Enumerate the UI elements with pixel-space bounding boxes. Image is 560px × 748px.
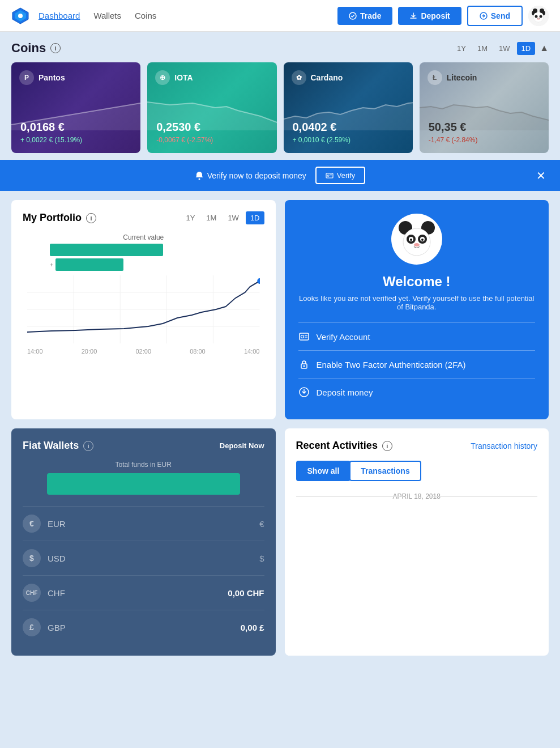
verify-button[interactable]: Verify (315, 167, 366, 184)
svg-point-21 (327, 175, 329, 176)
download-icon (409, 12, 417, 20)
welcome-subtitle: Looks like you are not verified yet. Ver… (298, 294, 536, 311)
svg-point-9 (533, 12, 544, 22)
deposit-money-action[interactable]: Deposit money (298, 379, 536, 406)
chart-x-labels: 14:00 20:00 02:00 08:00 14:00 (27, 346, 260, 357)
activities-info-icon[interactable]: i (382, 441, 392, 451)
gbp-name: GBP (48, 623, 241, 632)
coins-filter-1d[interactable]: 1D (517, 42, 536, 55)
coin-card-pantos[interactable]: P Pantos 0,0168 € + 0,0022 € (15.19%) (11, 62, 140, 153)
coins-filter-1m[interactable]: 1M (473, 42, 492, 55)
portfolio-title: My Portfolio i (23, 212, 96, 224)
coin-card-litecoin[interactable]: Ł Litecoin 50,35 € -1,47 € (-2.84%) (420, 62, 549, 153)
main-row-2: Fiat Wallets i Deposit Now Total funds i… (0, 428, 560, 665)
welcome-card: Welcome ! Looks like you are not verifie… (285, 200, 549, 419)
portfolio-chart-area: Current value + (23, 233, 264, 357)
coin-card-iota[interactable]: ⊕ IOTA 0,2530 € -0,0067 € (-2.57%) (147, 62, 276, 153)
portfolio-card: My Portfolio i 1Y 1M 1W 1D Current value… (11, 200, 276, 419)
iota-icon: ⊕ (155, 70, 170, 85)
transaction-history-link[interactable]: Transaction history (471, 441, 537, 450)
portfolio-filter-1w[interactable]: 1W (223, 211, 243, 224)
portfolio-header: My Portfolio i 1Y 1M 1W 1D (23, 211, 264, 224)
svg-point-10 (535, 15, 538, 18)
usd-icon: $ (23, 549, 41, 567)
eur-symbol: € (259, 519, 264, 529)
iota-price: 0,2530 € (156, 121, 267, 134)
pantos-icon: P (19, 70, 34, 85)
activities-title: Recent Activities i (296, 440, 392, 452)
portfolio-info-icon[interactable]: i (86, 213, 96, 223)
deposit-button[interactable]: Deposit (398, 7, 461, 25)
coin-header-litecoin: Ł Litecoin (428, 70, 477, 85)
svg-point-31 (257, 278, 259, 284)
cardano-change: + 0,0010 € (2.59%) (293, 136, 404, 144)
header-actions: Trade Deposit Send (337, 6, 549, 26)
portfolio-bar-main (50, 244, 163, 256)
panda-avatar (391, 214, 442, 265)
pantos-name: Pantos (39, 73, 65, 82)
chf-amount: 0,00 CHF (228, 588, 264, 598)
currency-eur[interactable]: € EUR € (23, 506, 264, 541)
chf-icon: CHF (23, 584, 41, 602)
nav-coins[interactable]: Coins (135, 11, 156, 20)
main-row-1: My Portfolio i 1Y 1M 1W 1D Current value… (0, 191, 560, 428)
fiat-wallets-info-icon[interactable]: i (83, 441, 93, 451)
pantos-change: + 0,0022 € (15.19%) (20, 136, 131, 144)
svg-point-43 (414, 243, 420, 246)
two-factor-auth-action[interactable]: Enable Two Factor Authentication (2FA) (298, 351, 536, 379)
fiat-wallets-header: Fiat Wallets i Deposit Now (23, 440, 264, 452)
svg-point-49 (303, 366, 305, 367)
svg-point-2 (18, 14, 23, 18)
pantos-price: 0,0168 € (20, 121, 131, 134)
svg-point-41 (410, 239, 412, 241)
nav-wallets[interactable]: Wallets (93, 11, 121, 20)
avatar[interactable] (528, 6, 549, 26)
coin-header-pantos: P Pantos (19, 70, 65, 85)
panda-illustration (394, 216, 439, 262)
currency-usd[interactable]: $ USD $ (23, 541, 264, 575)
gbp-icon: £ (23, 618, 41, 636)
svg-point-19 (198, 178, 200, 180)
fiat-deposit-now-button[interactable]: Deposit Now (220, 441, 264, 450)
bell-icon (195, 171, 204, 180)
portfolio-filter-1d[interactable]: 1D (246, 211, 264, 224)
portfolio-filter-1m[interactable]: 1M (202, 211, 221, 224)
svg-point-45 (301, 335, 303, 338)
welcome-title: Welcome ! (383, 274, 451, 290)
portfolio-bar-plus (55, 258, 123, 271)
verify-account-action[interactable]: Verify Account (298, 323, 536, 351)
coin-header-iota: ⊕ IOTA (155, 70, 193, 85)
fiat-wallets-card: Fiat Wallets i Deposit Now Total funds i… (11, 428, 276, 656)
tab-show-all[interactable]: Show all (296, 461, 351, 481)
trade-button[interactable]: Trade (337, 7, 392, 25)
coins-title: Coins i (11, 41, 61, 56)
coins-grid: P Pantos 0,0168 € + 0,0022 € (15.19%) ⊕ … (11, 62, 549, 153)
coins-collapse-button[interactable]: ▲ (540, 43, 549, 53)
recent-activities-card: Recent Activities i Transaction history … (285, 428, 549, 656)
coins-filter-1w[interactable]: 1W (494, 42, 515, 55)
tab-transactions[interactable]: Transactions (349, 461, 421, 481)
coins-info-icon[interactable]: i (50, 43, 61, 53)
litecoin-change: -1,47 € (-2.84%) (429, 136, 540, 144)
coin-card-cardano[interactable]: ✿ Cardano 0,0402 € + 0,0010 € (2.59%) (284, 62, 413, 153)
portfolio-line-chart: 14:00 20:00 02:00 08:00 14:00 (27, 275, 260, 357)
coin-header-cardano: ✿ Cardano (292, 70, 343, 85)
eur-name: EUR (48, 519, 259, 529)
currency-gbp[interactable]: £ GBP 0,00 £ (23, 610, 264, 644)
svg-point-13 (533, 8, 537, 13)
portfolio-filter-1y[interactable]: 1Y (181, 211, 199, 224)
total-funds-label: Total funds in EUR (23, 461, 264, 469)
iota-change: -0,0067 € (-2.57%) (156, 136, 267, 144)
cardano-name: Cardano (311, 73, 343, 82)
verify-banner: Verify now to deposit money Verify ✕ (0, 160, 560, 191)
lock-icon (298, 359, 310, 370)
currency-chf[interactable]: CHF CHF 0,00 CHF (23, 575, 264, 610)
nav-dashboard[interactable]: Dashboard (39, 11, 80, 20)
svg-point-11 (540, 15, 542, 18)
usd-name: USD (48, 554, 259, 563)
close-verify-button[interactable]: ✕ (533, 168, 549, 184)
coins-filter-1y[interactable]: 1Y (452, 42, 471, 55)
send-button[interactable]: Send (467, 6, 523, 26)
header: Dashboard Wallets Coins Trade Deposit Se… (0, 0, 560, 32)
verify-account-icon (298, 331, 310, 342)
